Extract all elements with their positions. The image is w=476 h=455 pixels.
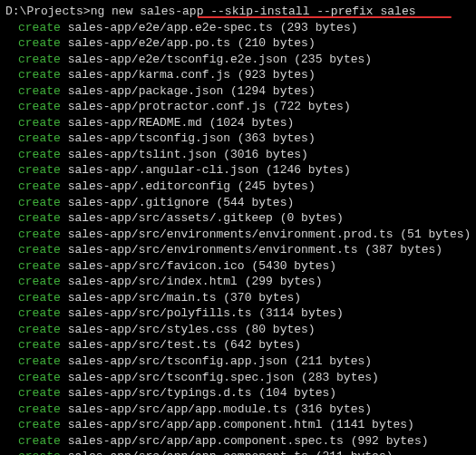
cwd-prompt: D:\Projects>: [5, 5, 91, 18]
output-line: create sales-app/src/main.ts (370 bytes): [5, 290, 471, 306]
terminal-output: create sales-app/e2e/app.e2e-spec.ts (29…: [5, 20, 471, 455]
output-line: create sales-app/src/styles.css (80 byte…: [5, 322, 471, 338]
file-path: sales-app/karma.conf.js: [68, 68, 230, 82]
create-keyword: create: [18, 228, 61, 241]
output-line: create sales-app/protractor.conf.js (722…: [5, 99, 471, 115]
file-path: sales-app/e2e/app.po.ts: [68, 36, 230, 50]
file-path: sales-app/src/tsconfig.app.json: [68, 354, 287, 368]
output-line: create sales-app/.angular-cli.json (1246…: [5, 162, 471, 179]
file-bytes: (0 bytes): [273, 211, 344, 225]
file-bytes: (1024 bytes): [202, 116, 294, 130]
file-bytes: (3016 bytes): [216, 148, 307, 161]
file-bytes: (992 bytes): [344, 434, 429, 448]
output-line: create sales-app/README.md (1024 bytes): [5, 115, 471, 131]
highlight-underline: [198, 16, 452, 18]
file-path: sales-app/src/test.ts: [68, 338, 217, 352]
create-keyword: create: [18, 68, 61, 82]
create-keyword: create: [18, 116, 61, 130]
output-line: create sales-app/src/index.html (299 byt…: [5, 274, 471, 290]
file-bytes: (104 bytes): [251, 386, 336, 400]
output-line: create sales-app/.editorconfig (245 byte…: [5, 179, 471, 195]
create-keyword: create: [18, 36, 61, 50]
file-bytes: (642 bytes): [216, 338, 301, 352]
output-line: create sales-app/src/app/app.component.h…: [5, 417, 471, 433]
file-path: sales-app/src/environments/environment.p…: [68, 228, 393, 241]
create-keyword: create: [18, 386, 61, 400]
output-line: create sales-app/src/tsconfig.app.json (…: [5, 353, 471, 370]
file-path: sales-app/src/index.html: [68, 275, 238, 288]
file-bytes: (293 bytes): [273, 21, 358, 34]
output-line: create sales-app/src/polyfills.ts (3114 …: [5, 305, 471, 322]
file-bytes: (544 bytes): [209, 196, 295, 209]
create-keyword: create: [18, 21, 61, 34]
file-path: sales-app/e2e/app.e2e-spec.ts: [68, 21, 273, 34]
output-line: create sales-app/.gitignore (544 bytes): [5, 195, 471, 211]
create-keyword: create: [18, 243, 61, 257]
file-bytes: (387 bytes): [357, 243, 442, 257]
file-bytes: (1141 bytes): [322, 418, 413, 431]
file-path: sales-app/.angular-cli.json: [68, 163, 259, 177]
output-line: create sales-app/src/app/app.component.s…: [5, 433, 471, 450]
output-line: create sales-app/src/favicon.ico (5430 b…: [5, 258, 471, 275]
file-bytes: (1294 bytes): [223, 84, 315, 98]
file-bytes: (722 bytes): [266, 100, 351, 113]
create-keyword: create: [18, 196, 61, 209]
output-line: create sales-app/e2e/app.po.ts (210 byte…: [5, 35, 471, 52]
output-line: create sales-app/tsconfig.json (363 byte…: [5, 131, 471, 147]
file-path: sales-app/src/assets/.gitkeep: [68, 211, 273, 225]
file-bytes: (299 bytes): [238, 275, 323, 288]
create-keyword: create: [18, 291, 61, 305]
create-keyword: create: [18, 259, 61, 273]
file-path: sales-app/src/main.ts: [68, 291, 217, 305]
create-keyword: create: [18, 306, 61, 320]
create-keyword: create: [18, 323, 61, 336]
file-path: sales-app/package.json: [68, 84, 224, 98]
file-path: sales-app/protractor.conf.js: [68, 100, 266, 113]
output-line: create sales-app/src/environments/enviro…: [5, 242, 471, 258]
file-path: sales-app/src/app/app.component.ts: [68, 450, 308, 455]
output-line: create sales-app/src/environments/enviro…: [5, 227, 471, 243]
file-bytes: (51 bytes): [393, 228, 471, 241]
file-bytes: (363 bytes): [230, 131, 316, 145]
file-path: sales-app/.editorconfig: [68, 179, 230, 193]
file-path: sales-app/src/favicon.ico: [68, 259, 245, 273]
output-line: create sales-app/e2e/app.e2e-spec.ts (29…: [5, 20, 471, 36]
create-keyword: create: [18, 53, 61, 66]
file-path: sales-app/tsconfig.json: [68, 131, 230, 145]
file-path: sales-app/src/app/app.module.ts: [68, 402, 287, 416]
file-bytes: (283 bytes): [294, 371, 379, 384]
create-keyword: create: [18, 211, 61, 225]
output-line: create sales-app/src/app/app.component.t…: [5, 449, 471, 455]
output-line: create sales-app/src/test.ts (642 bytes): [5, 337, 471, 353]
create-keyword: create: [18, 179, 61, 193]
file-path: sales-app/tslint.json: [68, 148, 217, 161]
file-path: sales-app/src/typings.d.ts: [68, 386, 252, 400]
create-keyword: create: [18, 354, 61, 368]
file-bytes: (245 bytes): [230, 179, 316, 193]
file-bytes: (1246 bytes): [258, 163, 350, 177]
output-line: create sales-app/tslint.json (3016 bytes…: [5, 147, 471, 163]
file-path: sales-app/src/environments/environment.t…: [68, 243, 358, 257]
file-bytes: (235 bytes): [287, 53, 372, 66]
output-line: create sales-app/src/typings.d.ts (104 b…: [5, 385, 471, 402]
output-line: create sales-app/src/tsconfig.spec.json …: [5, 370, 471, 386]
file-bytes: (3114 bytes): [251, 306, 343, 320]
file-bytes: (316 bytes): [287, 402, 372, 416]
file-path: sales-app/README.md: [68, 116, 202, 130]
create-keyword: create: [18, 371, 61, 384]
file-path: sales-app/e2e/tsconfig.e2e.json: [68, 53, 287, 66]
file-bytes: (923 bytes): [230, 68, 316, 82]
create-keyword: create: [18, 163, 61, 177]
file-path: sales-app/src/app/app.component.html: [68, 418, 323, 431]
file-bytes: (210 bytes): [230, 36, 316, 50]
file-bytes: (211 bytes): [308, 450, 393, 455]
create-keyword: create: [18, 434, 61, 448]
create-keyword: create: [18, 84, 61, 98]
file-bytes: (5430 bytes): [245, 259, 336, 273]
output-line: create sales-app/karma.conf.js (923 byte…: [5, 67, 471, 83]
create-keyword: create: [18, 402, 61, 416]
create-keyword: create: [18, 148, 61, 161]
create-keyword: create: [18, 131, 61, 145]
output-line: create sales-app/src/app/app.module.ts (…: [5, 402, 471, 418]
create-keyword: create: [18, 338, 61, 352]
